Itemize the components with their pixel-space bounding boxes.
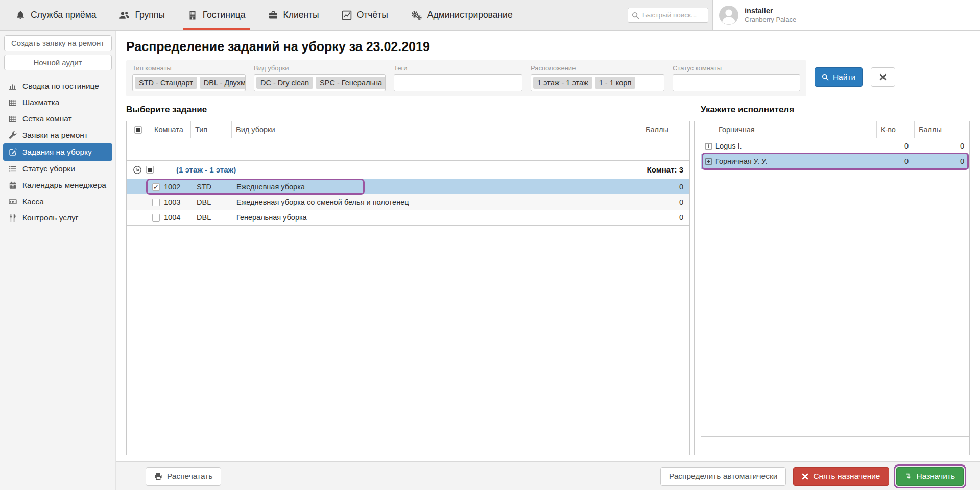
bar-chart-icon [8, 82, 17, 90]
tasks-table: Комната Тип Вид уборки Баллы (1 этаж - 1… [126, 121, 690, 455]
room-type: DBL [197, 198, 236, 206]
nav-tabs: Служба приёма Группы Гостиница Клиенты О… [0, 0, 513, 30]
footer-right-actions: Распределить автоматически Снять назначе… [660, 467, 967, 486]
filter-location: Расположение 1 этаж - 1 этаж 1 - 1 корп [531, 64, 664, 91]
task-row-1003[interactable]: 1003 DBL Ежедневная уборка со сменой бел… [127, 194, 689, 210]
tab-administration[interactable]: Администрирование [411, 0, 513, 30]
user-panel[interactable]: installer Cranberry Palace [712, 0, 980, 30]
sidebar-item-repair-requests[interactable]: Заявки на ремонт [3, 127, 112, 143]
room-number: 1002 [164, 183, 197, 191]
search-icon [632, 12, 639, 19]
sidebar-item-hotel-summary[interactable]: Сводка по гостинице [3, 78, 112, 94]
column-header-room: Комната [150, 121, 191, 138]
filter-label: Вид уборки [254, 64, 386, 72]
filter-room-type: Тип комнаты STD - Стандарт DBL - Двухмес… [132, 64, 246, 91]
tab-hotel[interactable]: Гостиница [187, 0, 246, 30]
utensils-icon [8, 214, 17, 222]
filter-label: Теги [394, 64, 522, 72]
find-button[interactable]: Найти [815, 67, 863, 87]
group-room-count: Комнат: 3 [647, 165, 683, 174]
location-select[interactable]: 1 этаж - 1 этаж 1 - 1 корп [531, 74, 664, 91]
print-button[interactable]: Распечатать [146, 467, 221, 486]
count-value: 0 [877, 157, 915, 165]
select-all-checkbox[interactable] [134, 126, 142, 134]
row-checkbox[interactable] [152, 199, 160, 206]
row-checkbox[interactable] [152, 214, 160, 222]
cash-icon [8, 198, 17, 206]
cleaning-type-select[interactable]: DC - Dry clean SPC - Генеральна [254, 74, 386, 91]
line-chart-icon [342, 10, 352, 20]
sidebar-item-chessboard[interactable]: Шахматка [3, 94, 112, 111]
close-icon [879, 73, 887, 81]
executors-table: Горничная К-во Баллы Logus I. 0 0 Горнич… [701, 121, 970, 455]
panels: Выберите задание Комната Тип Вид уборки … [126, 103, 970, 455]
tasks-heading: Выберите задание [126, 105, 690, 115]
room-number: 1004 [164, 213, 197, 222]
avatar [719, 6, 738, 25]
task-row-1004[interactable]: 1004 DBL Генеральная уборка 0 [127, 210, 689, 225]
sidebar-item-service-control[interactable]: Контроль услуг [3, 210, 112, 226]
auto-assign-label: Распределить автоматически [669, 472, 777, 481]
executor-row-logus[interactable]: Logus I. 0 0 [701, 138, 969, 154]
sidebar-item-cash-desk[interactable]: Касса [3, 193, 112, 210]
tags-input[interactable] [396, 76, 520, 89]
sidebar-item-room-grid[interactable]: Сетка комнат [3, 111, 112, 127]
cleaning-type: Генеральная уборка [236, 213, 646, 222]
cleaning-type-tag[interactable]: DC - Dry clean [256, 77, 313, 89]
tab-label: Администрирование [427, 10, 513, 20]
night-audit-button[interactable]: Ночной аудит [4, 55, 112, 70]
grid-icon [8, 115, 17, 123]
tab-groups[interactable]: Группы [118, 0, 164, 30]
sidebar-item-cleaning-status[interactable]: Статус уборки [3, 161, 112, 177]
room-type-tag[interactable]: STD - Стандарт [135, 77, 197, 89]
task-row-1002[interactable]: 1002 STD Ежедневная уборка 0 [127, 179, 689, 194]
tab-reception-service[interactable]: Служба приёма [15, 0, 96, 30]
room-status-input[interactable] [675, 76, 798, 89]
expand-icon[interactable] [705, 158, 712, 165]
level-down-arrow-icon [905, 473, 912, 480]
expand-icon[interactable] [705, 143, 712, 150]
executors-panel: Укажите исполнителя Горничная К-во Баллы… [701, 103, 970, 455]
cleaning-type-tag[interactable]: SPC - Генеральна [316, 77, 386, 89]
tasks-panel: Выберите задание Комната Тип Вид уборки … [126, 103, 690, 455]
sidebar-item-cleaning-tasks[interactable]: Задания на уборку [3, 143, 112, 161]
room-type-select[interactable]: STD - Стандарт DBL - Двухместн [132, 74, 246, 91]
clear-filters-button[interactable] [871, 67, 895, 87]
unassign-button[interactable]: Снять назначение [793, 467, 889, 486]
sidebar-item-label: Статус уборки [22, 164, 75, 174]
filter-label: Статус комнаты [673, 64, 800, 72]
tab-clients[interactable]: Клиенты [268, 0, 319, 30]
location-tag[interactable]: 1 - 1 корп [595, 77, 636, 89]
column-header-cleaning-type: Вид уборки [232, 121, 641, 138]
find-button-label: Найти [833, 72, 855, 82]
executor-row-maid-uu[interactable]: Горничная У. У. 0 0 [701, 154, 969, 169]
location-tag[interactable]: 1 этаж - 1 этаж [533, 77, 592, 89]
edit-icon [8, 148, 17, 156]
group-checkbox[interactable] [146, 166, 154, 174]
tab-reports[interactable]: Отчёты [342, 0, 388, 30]
create-repair-request-button[interactable]: Создать заявку на ремонт [4, 35, 112, 51]
tasks-rows: 1002 STD Ежедневная уборка 0 1003 DBL Еж… [127, 179, 689, 226]
column-header-maid: Горничная [714, 121, 877, 138]
room-type-tag[interactable]: DBL - Двухместн [200, 77, 246, 89]
topbar-right: installer Cranberry Palace [628, 0, 980, 30]
auto-assign-button[interactable]: Распределить автоматически [660, 467, 786, 486]
filter-panel: Тип комнаты STD - Стандарт DBL - Двухмес… [126, 60, 806, 96]
column-header-points: Баллы [641, 121, 689, 138]
assign-button[interactable]: Назначить [896, 467, 964, 486]
briefcase-icon [268, 10, 278, 20]
quick-search-input[interactable] [628, 8, 708, 23]
room-status-select[interactable] [673, 74, 800, 91]
tags-select[interactable] [394, 74, 522, 91]
tasks-table-empty-area [127, 226, 689, 455]
tasks-group-row[interactable]: (1 этаж - 1 этаж) Комнат: 3 [127, 161, 689, 179]
tasks-table-filter-row [127, 138, 689, 161]
tab-label: Отчёты [357, 10, 388, 20]
room-type: STD [197, 183, 236, 191]
sidebar-item-manager-calendar[interactable]: Календарь менеджера [3, 177, 112, 193]
collapse-group-icon[interactable] [133, 165, 142, 175]
row-checkbox[interactable] [152, 183, 160, 191]
sidebar-item-label: Касса [22, 197, 44, 206]
page-title: Распределение заданий на уборку за 23.02… [126, 39, 980, 54]
tab-label: Служба приёма [31, 10, 96, 20]
